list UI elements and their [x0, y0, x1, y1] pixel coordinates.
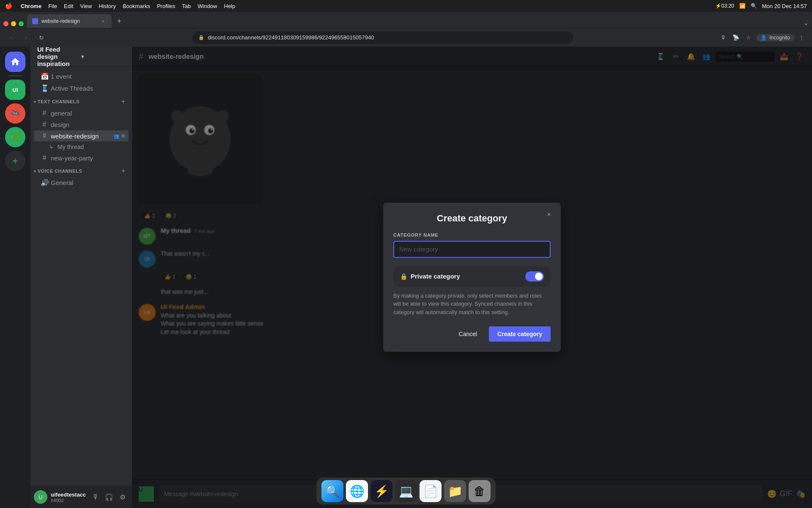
server-icon-uifeed[interactable]: UI — [5, 80, 25, 100]
dock-chrome[interactable]: 🌐 — [346, 480, 368, 502]
mute-btn[interactable]: 🎙 — [90, 491, 102, 503]
create-category-button[interactable]: Create category — [489, 326, 551, 342]
new-tab-btn[interactable]: + — [113, 15, 125, 27]
hashtag-icon-design: # — [41, 121, 48, 128]
tab-strip-menu[interactable]: ⌄ — [804, 19, 809, 26]
events-label: 1 event — [51, 73, 125, 80]
macos-dock: 🔍 🌐 ⚡ 💻 📄 📁 🗑 — [316, 478, 496, 505]
settings-btn[interactable]: ⚙ — [117, 491, 129, 503]
events-item[interactable]: 📅 1 event — [34, 71, 129, 82]
hashtag-icon-websiteredesign: # — [41, 132, 48, 140]
menu-bookmarks[interactable]: Bookmarks — [123, 3, 150, 9]
private-description: By making a category private, only selec… — [393, 292, 551, 317]
dock-files[interactable]: 📁 — [444, 480, 466, 502]
server-name-header[interactable]: UI Feed design inspiration ▾ — [30, 47, 132, 67]
dock-trash[interactable]: 🗑 — [469, 480, 491, 502]
discord-app: UI 🎮 🌿 + UI Feed design inspiration ▾ 📅 … — [0, 47, 812, 508]
deafen-btn[interactable]: 🎧 — [103, 491, 115, 503]
user-avatar: U — [34, 490, 47, 504]
add-voice-channel-btn[interactable]: + — [121, 167, 125, 175]
back-btn[interactable]: ‹ — [5, 32, 17, 44]
tab-close-btn[interactable]: × — [100, 18, 107, 25]
incognito-badge: 👤 Incognito — [756, 34, 794, 41]
maximize-window-btn[interactable] — [19, 21, 24, 26]
modal-footer: Cancel Create category — [393, 326, 551, 342]
channel-list: 📅 1 event 🧵 Active Threads ▾ TEXT CHANNE… — [30, 67, 132, 486]
threads-label: Active Threads — [51, 85, 125, 92]
address-bar[interactable]: 🔒 discord.com/channels/92249118030915998… — [192, 31, 573, 44]
user-tag: #4002 — [51, 498, 86, 503]
home-server-icon[interactable] — [5, 52, 25, 72]
search-icon: 🔍 — [751, 3, 757, 9]
channel-mythread-name: My thread — [58, 144, 125, 150]
voice-channels-label: VOICE CHANNELS — [38, 168, 120, 174]
menu-window[interactable]: Window — [198, 3, 217, 9]
cast-icon[interactable]: 📡 — [731, 33, 741, 43]
dock-terminal[interactable]: 💻 — [395, 480, 417, 502]
channel-design[interactable]: # design — [34, 119, 129, 130]
channel-newyearparty[interactable]: # new-year-party — [34, 152, 129, 163]
create-category-modal: × Create category CATEGORY NAME 🔒 Privat… — [383, 203, 561, 352]
cancel-button[interactable]: Cancel — [452, 326, 484, 342]
private-category-row: 🔒 Private category — [393, 266, 551, 287]
events-icon: 📅 — [41, 72, 48, 80]
server-icon-green2[interactable]: 🌿 — [5, 127, 25, 147]
members-icon: 👥 — [113, 133, 119, 139]
channel-sidebar: UI Feed design inspiration ▾ 📅 1 event 🧵… — [30, 47, 132, 508]
menu-profiles[interactable]: Profiles — [157, 3, 175, 9]
channel-general-name: general — [51, 110, 125, 117]
mic-icon[interactable]: 🎙 — [718, 33, 728, 43]
dock-notes[interactable]: 📄 — [420, 480, 442, 502]
channel-newyear-name: new-year-party — [51, 155, 125, 162]
close-window-btn[interactable] — [3, 21, 8, 26]
dock-app3[interactable]: ⚡ — [370, 480, 392, 502]
menu-file[interactable]: File — [48, 3, 57, 9]
channel-website-redesign[interactable]: # website-redesign 👥 ⚙ — [34, 130, 129, 141]
speaker-icon-general: 🔊 — [41, 179, 48, 187]
voice-general-name: General — [51, 179, 125, 186]
text-channels-label: TEXT CHANNELS — [38, 99, 120, 104]
menu-history[interactable]: History — [99, 3, 115, 9]
app-menu-chrome[interactable]: Chrome — [21, 3, 41, 9]
reload-btn[interactable]: ↻ — [36, 32, 47, 44]
private-toggle-switch[interactable] — [525, 271, 544, 282]
menu-view[interactable]: View — [80, 3, 92, 9]
server-divider — [8, 75, 22, 76]
add-text-channel-btn[interactable]: + — [121, 98, 125, 105]
url-display: discord.com/channels/922491180309159986/… — [208, 34, 567, 41]
modal-close-btn[interactable]: × — [543, 209, 555, 221]
menu-edit[interactable]: Edit — [64, 3, 73, 9]
modal-title: Create category — [393, 213, 551, 224]
text-channels-chevron: ▾ — [34, 99, 36, 104]
chrome-menu-btn[interactable]: ⋮ — [797, 33, 807, 43]
dock-finder[interactable]: 🔍 — [321, 480, 343, 502]
channel-mythread[interactable]: ↳ My thread — [34, 142, 129, 152]
menu-help[interactable]: Help — [224, 3, 236, 9]
thread-icon-mythread: ↳ — [47, 144, 55, 150]
forward-btn[interactable]: › — [20, 32, 32, 44]
battery-icon: ⚡03:20 — [715, 3, 734, 9]
main-content: # website-redesign 🧵 ✏ 🔔 👥 Search 🔍 📥 ❓ — [132, 47, 812, 508]
channel-design-name: design — [51, 121, 125, 128]
browser-tab[interactable]: website-redesign × — [27, 14, 112, 28]
add-server-btn[interactable]: + — [5, 151, 25, 171]
menu-tab[interactable]: Tab — [182, 3, 191, 9]
voice-channels-chevron: ▾ — [34, 169, 36, 174]
threads-icon: 🧵 — [41, 84, 48, 92]
chrome-addressbar: ‹ › ↻ 🔒 discord.com/channels/92249118030… — [0, 28, 812, 47]
minimize-window-btn[interactable] — [11, 21, 16, 26]
voice-general[interactable]: 🔊 General — [34, 177, 129, 188]
category-name-input[interactable] — [393, 241, 551, 258]
bookmark-icon[interactable]: ☆ — [743, 33, 754, 43]
clock: Mon 20 Dec 14:57 — [762, 3, 807, 9]
channel-general[interactable]: # general — [34, 108, 129, 119]
channel-websiteredesign-name: website-redesign — [51, 133, 111, 140]
chrome-tabbar: website-redesign × + ⌄ — [0, 12, 812, 28]
voice-channels-header[interactable]: ▾ VOICE CHANNELS + — [30, 164, 132, 177]
tab-favicon — [32, 18, 38, 24]
apple-menu[interactable]: 🍎 — [5, 3, 12, 9]
incognito-avatar: 👤 — [760, 35, 767, 41]
text-channels-header[interactable]: ▾ TEXT CHANNELS + — [30, 94, 132, 107]
active-threads-item[interactable]: 🧵 Active Threads — [34, 83, 129, 94]
server-icon-red[interactable]: 🎮 — [5, 103, 25, 124]
